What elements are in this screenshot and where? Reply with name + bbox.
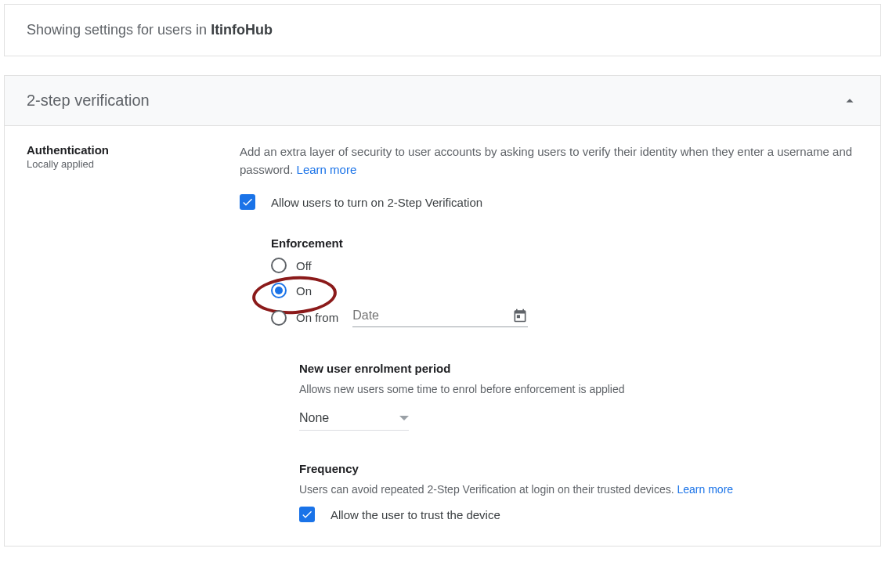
enrolment-subtitle: Allows new users some time to enrol befo… bbox=[299, 383, 858, 395]
trust-device-row: Allow the user to trust the device bbox=[299, 507, 858, 522]
frequency-subtitle: Users can avoid repeated 2-Step Verifica… bbox=[299, 483, 858, 496]
right-column: Add an extra layer of security to user a… bbox=[240, 143, 858, 522]
enforcement-on-from-label: On from bbox=[296, 311, 338, 324]
check-icon bbox=[241, 196, 254, 208]
frequency-learn-more-link[interactable]: Learn more bbox=[677, 483, 734, 496]
allow-2sv-row: Allow users to turn on 2-Step Verificati… bbox=[240, 194, 858, 210]
section-header[interactable]: 2-step verification bbox=[5, 76, 880, 126]
enforcement-block: Enforcement Off On bbox=[271, 236, 858, 327]
calendar-icon[interactable] bbox=[512, 308, 528, 323]
enforcement-on-radio[interactable] bbox=[271, 283, 287, 298]
enrolment-title: New user enrolment period bbox=[299, 362, 858, 375]
two-step-verification-section: 2-step verification Authentication Local… bbox=[4, 75, 881, 547]
enforcement-on-row: On bbox=[271, 283, 858, 298]
enforcement-off-row: Off bbox=[271, 258, 858, 273]
date-input-wrapper bbox=[352, 308, 528, 327]
scope-prefix: Showing settings for users in bbox=[27, 22, 211, 38]
enrolment-period-dropdown[interactable]: None bbox=[299, 406, 409, 431]
trust-device-label: Allow the user to trust the device bbox=[331, 508, 500, 521]
chevron-up-icon bbox=[841, 92, 858, 110]
auth-title: Authentication bbox=[27, 143, 240, 157]
frequency-title: Frequency bbox=[299, 462, 858, 475]
enforcement-title: Enforcement bbox=[271, 236, 858, 250]
section-description: Add an extra layer of security to user a… bbox=[240, 143, 858, 179]
enforcement-on-from-radio[interactable] bbox=[271, 310, 287, 326]
section-title: 2-step verification bbox=[27, 92, 150, 110]
frequency-block: Frequency Users can avoid repeated 2-Ste… bbox=[299, 462, 858, 522]
enforcement-off-label: Off bbox=[296, 259, 312, 272]
allow-2sv-label: Allow users to turn on 2-Step Verificati… bbox=[271, 196, 482, 209]
auth-subtitle: Locally applied bbox=[27, 158, 240, 170]
enforcement-on-label: On bbox=[296, 284, 312, 298]
dropdown-value: None bbox=[299, 411, 329, 425]
enrolment-block: New user enrolment period Allows new use… bbox=[299, 362, 858, 431]
trust-device-checkbox[interactable] bbox=[299, 507, 315, 522]
section-body: Authentication Locally applied Add an ex… bbox=[5, 126, 880, 546]
date-input[interactable] bbox=[352, 308, 512, 323]
settings-scope-bar: Showing settings for users in ItinfoHub bbox=[4, 4, 881, 56]
left-column: Authentication Locally applied bbox=[27, 143, 240, 522]
enforcement-on-from-row: On from bbox=[271, 308, 858, 327]
allow-2sv-checkbox[interactable] bbox=[240, 194, 255, 210]
frequency-subtitle-text: Users can avoid repeated 2-Step Verifica… bbox=[299, 483, 677, 496]
learn-more-link[interactable]: Learn more bbox=[297, 163, 357, 176]
org-name: ItinfoHub bbox=[211, 22, 273, 38]
chevron-down-icon bbox=[399, 413, 409, 423]
check-icon bbox=[301, 508, 313, 521]
enforcement-off-radio[interactable] bbox=[271, 258, 287, 273]
